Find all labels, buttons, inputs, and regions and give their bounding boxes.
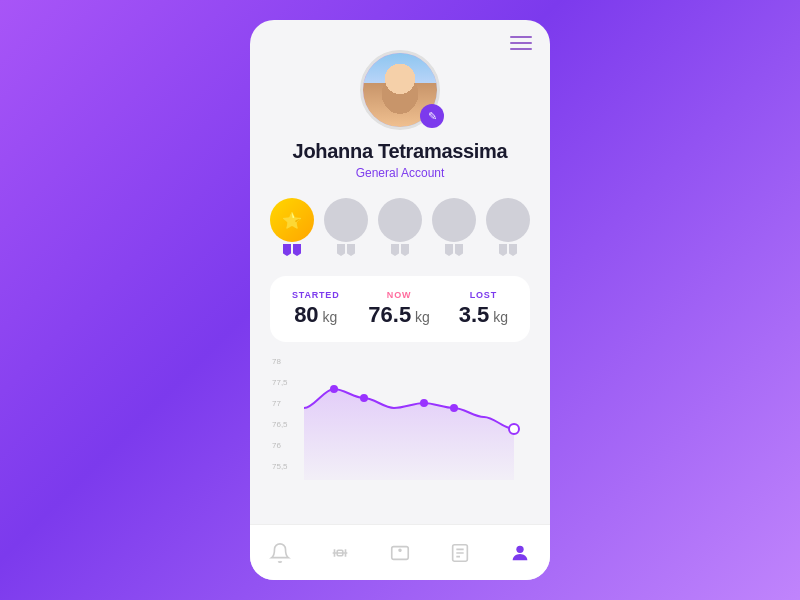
chart-point-last (509, 424, 519, 434)
edit-avatar-button[interactable]: ✎ (420, 104, 444, 128)
nav-profile[interactable] (499, 536, 541, 570)
nav-notification[interactable] (259, 536, 301, 570)
badge-ribbon-5 (499, 244, 517, 256)
avatar-section: ✎ (360, 50, 440, 130)
ribbon-left-2 (337, 244, 345, 256)
scale-icon (389, 542, 411, 564)
ribbon-left (283, 244, 291, 256)
bottom-nav (250, 524, 550, 580)
stat-now-label: NOW (387, 290, 411, 300)
ribbon-left-3 (391, 244, 399, 256)
badge-ribbon-2 (337, 244, 355, 256)
svg-point-14 (399, 549, 401, 551)
notes-icon (449, 542, 471, 564)
profile-card: ✎ Johanna Tetramassima General Account ⭐ (250, 20, 550, 580)
svg-point-19 (516, 545, 523, 552)
stat-lost-unit: kg (489, 309, 508, 325)
menu-line-3 (510, 48, 532, 50)
chart-point-2 (360, 394, 368, 402)
nav-fitness[interactable] (319, 536, 361, 570)
ribbon-right-2 (347, 244, 355, 256)
svg-text:76: 76 (272, 441, 281, 450)
badge-circle-gold: ⭐ (270, 198, 314, 242)
chart-fill (304, 389, 514, 480)
account-type: General Account (356, 166, 445, 180)
badge-2 (324, 198, 368, 256)
weight-chart: 78 77,5 77 76,5 76 75,5 (270, 352, 530, 524)
user-name: Johanna Tetramassima (293, 140, 508, 163)
badges-row: ⭐ (270, 198, 530, 256)
fitness-icon (329, 542, 351, 564)
ribbon-left-5 (499, 244, 507, 256)
stat-lost-value: 3.5 kg (459, 302, 508, 328)
profile-icon (509, 542, 531, 564)
badge-5 (486, 198, 530, 256)
ribbon-right-5 (509, 244, 517, 256)
badge-ribbon-3 (391, 244, 409, 256)
stat-started: STARTED 80 kg (292, 290, 339, 328)
badge-ribbon-4 (445, 244, 463, 256)
badge-circle-4 (432, 198, 476, 242)
nav-notes[interactable] (439, 536, 481, 570)
chart-point-1 (330, 385, 338, 393)
badge-3 (378, 198, 422, 256)
svg-text:75,5: 75,5 (272, 462, 288, 471)
stat-now: NOW 76.5 kg (368, 290, 430, 328)
chart-point-3 (420, 399, 428, 407)
stat-started-unit: kg (319, 309, 338, 325)
badge-ribbon-1 (283, 244, 301, 256)
menu-line-1 (510, 36, 532, 38)
stat-now-value: 76.5 kg (368, 302, 430, 328)
ribbon-left-4 (445, 244, 453, 256)
badge-circle-2 (324, 198, 368, 242)
svg-text:78: 78 (272, 357, 281, 366)
nav-scale[interactable] (379, 536, 421, 570)
menu-button[interactable] (510, 36, 532, 50)
badge-circle-5 (486, 198, 530, 242)
ribbon-right (293, 244, 301, 256)
stat-now-unit: kg (411, 309, 430, 325)
badge-1: ⭐ (270, 198, 314, 256)
ribbon-right-3 (401, 244, 409, 256)
stats-row: STARTED 80 kg NOW 76.5 kg LOST 3.5 kg (270, 276, 530, 342)
stat-started-value: 80 kg (294, 302, 337, 328)
badge-4 (432, 198, 476, 256)
chart-point-4 (450, 404, 458, 412)
gold-star-icon: ⭐ (282, 211, 302, 230)
badge-circle-3 (378, 198, 422, 242)
menu-line-2 (510, 42, 532, 44)
ribbon-right-4 (455, 244, 463, 256)
stat-lost-label: LOST (470, 290, 497, 300)
edit-icon: ✎ (428, 110, 437, 123)
svg-text:77: 77 (272, 399, 281, 408)
svg-text:77,5: 77,5 (272, 378, 288, 387)
svg-rect-12 (392, 546, 409, 559)
svg-text:76,5: 76,5 (272, 420, 288, 429)
notification-icon (269, 542, 291, 564)
stat-lost: LOST 3.5 kg (459, 290, 508, 328)
chart-svg: 78 77,5 77 76,5 76 75,5 (270, 352, 530, 492)
stat-started-label: STARTED (292, 290, 339, 300)
